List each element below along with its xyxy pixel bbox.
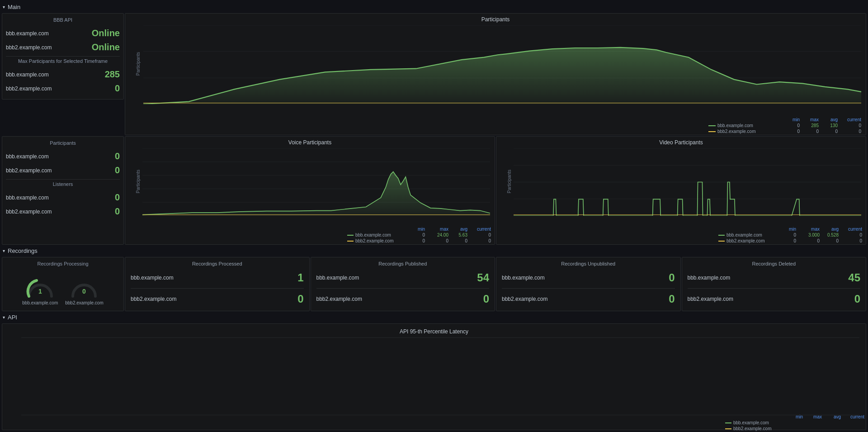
col-max-header: max <box>801 117 819 122</box>
participants-legend: min max avg current bbb.example.com 0 28… <box>708 117 861 134</box>
voice-chart-svg: 25 20 15 10 5 0 08:00 10:00 12:00 14:00 … <box>142 148 490 216</box>
rec-unpublished-name-bbb2: bbb2.example.com <box>502 296 547 302</box>
svg-text:1: 1 <box>38 288 42 295</box>
server-name-bbb1: bbb.example.com <box>6 30 49 37</box>
rec-processed-row-bbb2: bbb2.example.com 0 <box>131 291 304 307</box>
part-row-bbb1: bbb.example.com 0 <box>6 149 120 163</box>
max-part-name-bbb2: bbb2.example.com <box>6 85 52 92</box>
api-row: API 95-th Percentile Latency 2.5 min max… <box>2 323 866 430</box>
api-section-header[interactable]: ▾ API <box>2 312 866 323</box>
listener-name-bbb1: bbb.example.com <box>6 195 49 201</box>
recordings-unpublished-card: Recordings Unpublished bbb.example.com 0… <box>496 257 681 311</box>
rec-processed-title: Recordings Processed <box>131 261 304 266</box>
col-current-header: current <box>839 117 861 122</box>
voice-legend: min max avg current bbb.example.com 0 24… <box>347 227 491 243</box>
server-row-bbb1: bbb.example.com Online <box>6 26 120 40</box>
participants-chart-panel: Participants Participants <box>125 13 866 135</box>
max-part-row-bbb1: bbb.example.com 285 <box>6 67 120 81</box>
participants-chart-title: Participants <box>125 14 866 24</box>
max-participants-title: Max Participants for Selected Timeframe <box>6 58 120 64</box>
gauge-label-bbb2: bbb2.example.com <box>65 300 104 305</box>
rec-deleted-value-bbb1: 45 <box>848 271 860 284</box>
max-part-value-bbb1: 285 <box>105 69 120 80</box>
svg-text:0: 0 <box>83 288 86 295</box>
recordings-published-card: Recordings Published bbb.example.com 54 … <box>311 257 495 311</box>
part-name-bbb2: bbb2.example.com <box>6 167 52 174</box>
rec-processed-value-bbb2: 0 <box>297 293 303 305</box>
recordings-section-header[interactable]: ▾ Recordings <box>2 246 866 256</box>
rec-unpublished-row-bbb1: bbb.example.com 0 <box>502 270 675 286</box>
col-avg-header: avg <box>820 117 838 122</box>
recordings-processing-panel: Recordings Processing 1 bbb.example.com <box>2 257 124 311</box>
rec-published-name-bbb2: bbb2.example.com <box>316 296 362 302</box>
rec-published-row-bbb2: bbb2.example.com 0 <box>316 291 490 307</box>
listener-name-bbb2: bbb2.example.com <box>6 209 52 215</box>
listener-row-bbb1: bbb.example.com 0 <box>6 190 120 204</box>
rec-published-row-bbb1: bbb.example.com 54 <box>316 270 490 286</box>
video-legend: min max avg current bbb.example.com 0 3.… <box>718 227 862 243</box>
rec-unpublished-title: Recordings Unpublished <box>502 261 675 266</box>
listener-row-bbb2: bbb2.example.com 0 <box>6 204 120 218</box>
middle-row: Participants bbb.example.com 0 bbb2.exam… <box>2 136 866 245</box>
legend-bbb1: bbb.example.com <box>708 123 781 128</box>
participants-sidebar-panel: Participants bbb.example.com 0 bbb2.exam… <box>2 136 124 245</box>
gauge-svg-bbb2: 0 <box>68 274 100 299</box>
recordings-processing-title: Recordings Processing <box>37 261 88 266</box>
recordings-chevron-icon: ▾ <box>3 248 5 253</box>
gauge-label-bbb1: bbb.example.com <box>22 300 58 305</box>
top-row: BBB API bbb.example.com Online bbb2.exam… <box>2 13 866 135</box>
legend-line-yellow <box>708 131 716 132</box>
rec-deleted-value-bbb2: 0 <box>854 293 860 305</box>
max-part-value-bbb2: 0 <box>115 83 120 94</box>
video-chart-title: Video Participants <box>496 137 866 147</box>
server-status-bbb1: Online <box>92 28 120 38</box>
main-section-label: Main <box>8 4 20 10</box>
gauge-svg-bbb1: 1 <box>24 274 56 299</box>
api-chart-svg: 2.5 <box>21 337 859 415</box>
rec-published-value-bbb1: 54 <box>477 271 489 284</box>
dashboard: ▾ Main BBB API bbb.example.com Online bb… <box>0 0 868 432</box>
max-part-name-bbb1: bbb.example.com <box>6 71 49 78</box>
participants-panel-title: Participants <box>6 140 120 146</box>
voice-chart-title: Voice Participants <box>125 137 495 147</box>
api-chart-panel: API 95-th Percentile Latency 2.5 min max… <box>2 323 866 430</box>
col-min-header: min <box>782 117 800 122</box>
part-name-bbb1: bbb.example.com <box>6 153 49 160</box>
rec-processed-name-bbb1: bbb.example.com <box>131 275 174 281</box>
bbb-api-title: BBB API <box>6 17 120 23</box>
rec-deleted-row-bbb1: bbb.example.com 45 <box>688 270 861 286</box>
recordings-row: Recordings Processing 1 bbb.example.com <box>2 257 866 311</box>
main-chevron-icon: ▾ <box>3 5 5 9</box>
rec-deleted-row-bbb2: bbb2.example.com 0 <box>688 291 861 307</box>
legend-bbb2: bbb2.example.com <box>708 129 781 134</box>
rec-unpublished-value-bbb2: 0 <box>669 293 675 305</box>
part-value-bbb1: 0 <box>115 151 120 161</box>
rec-processed-row-bbb1: bbb.example.com 1 <box>131 270 304 286</box>
recordings-section-label: Recordings <box>8 247 38 254</box>
rec-deleted-name-bbb1: bbb.example.com <box>688 275 731 281</box>
rec-deleted-name-bbb2: bbb2.example.com <box>688 296 733 302</box>
rec-published-title: Recordings Published <box>316 261 490 266</box>
video-y-label: Participants <box>507 169 512 193</box>
participants-chart-svg: 300 200 100 0 08:00 09:00 10:00 11:00 12… <box>143 25 861 104</box>
server-name-bbb2: bbb2.example.com <box>6 44 52 51</box>
server-status-bbb2: Online <box>92 42 120 52</box>
part-value-bbb2: 0 <box>115 165 120 176</box>
legend-line-green <box>708 125 716 126</box>
gauge-bbb1: 1 bbb.example.com <box>22 274 58 305</box>
rec-unpublished-row-bbb2: bbb2.example.com 0 <box>502 291 675 307</box>
listeners-panel-title: Listeners <box>6 181 120 187</box>
main-section-header[interactable]: ▾ Main <box>2 2 866 12</box>
rec-unpublished-name-bbb1: bbb.example.com <box>502 275 545 281</box>
voice-chart-panel: Voice Participants Participants <box>125 136 495 245</box>
listener-value-bbb1: 0 <box>115 192 120 203</box>
listener-value-bbb2: 0 <box>115 206 120 217</box>
participants-y-label: Participants <box>136 52 141 76</box>
api-legend: min max avg current bbb.example.com <box>725 414 864 431</box>
rec-processed-name-bbb2: bbb2.example.com <box>131 296 176 302</box>
api-section-label: API <box>8 314 17 321</box>
video-chart-panel: Video Participants Participants 4 <box>496 136 866 245</box>
rec-processed-value-bbb1: 1 <box>297 271 303 284</box>
gauge-container: 1 bbb.example.com 0 bbb2.example.com <box>22 274 103 305</box>
rec-published-name-bbb1: bbb.example.com <box>316 275 359 281</box>
